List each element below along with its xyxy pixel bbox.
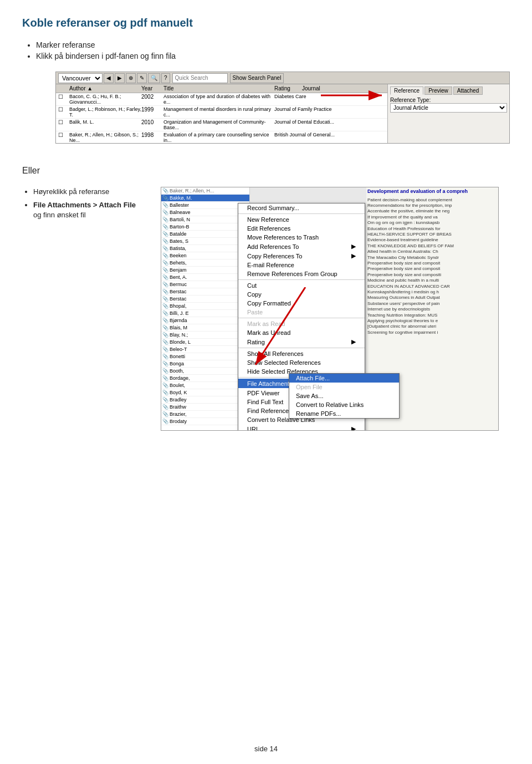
library-select[interactable]: Vancouver (58, 73, 103, 83)
list-item[interactable]: 📎Brodaty (161, 418, 249, 425)
right-panel-text-3: Accentuate the positive, eliminate the n… (367, 208, 497, 214)
show-search-button[interactable]: Show Search Panel (230, 73, 284, 83)
list-item[interactable]: 📎Ballester (161, 202, 249, 209)
toolbar-btn-4[interactable]: ✎ (137, 73, 147, 83)
list-item[interactable]: 📎Bhopal, (161, 303, 249, 310)
ctx-mark-read[interactable]: Mark as Read (238, 319, 365, 328)
submenu-rename-pdfs[interactable]: Rename PDFs... (289, 409, 399, 418)
page-content: Koble referanser og pdf manuelt Marker r… (0, 0, 532, 447)
quick-search-input[interactable] (172, 73, 228, 83)
toolbar-btn-3[interactable]: ⊕ (126, 73, 136, 83)
ctx-new-reference[interactable]: New Reference (238, 215, 365, 224)
list-item[interactable]: 📎Blais, M (161, 324, 249, 332)
submenu-convert-relative[interactable]: Convert to Relative Links (289, 400, 399, 409)
list-item[interactable]: 📎Bartoli, N (161, 216, 249, 223)
ctx-rating-label: Rating (247, 339, 265, 345)
list-item-highlight[interactable]: 📎Bakkø, M. (161, 195, 249, 202)
ctx-copy[interactable]: Copy (238, 290, 365, 299)
list-item[interactable]: 📎Bordage, (161, 375, 249, 382)
list-item[interactable]: 📎Batalde (161, 231, 249, 238)
list-item[interactable]: 📎Bonga (161, 360, 249, 368)
ref-type-select[interactable]: Journal Article (390, 103, 507, 113)
list-item[interactable]: 📎Beleo-T (161, 346, 249, 353)
attach-icon: 📎 (162, 419, 168, 424)
list-item[interactable]: 📎Bermuc (161, 281, 249, 288)
list-item[interactable]: 📎Booth, (161, 368, 249, 375)
row-author: Baker, R.; Allen, H.; Gibson, S.; Ne... (69, 132, 141, 143)
ctx-rating[interactable]: Rating ▶ (238, 337, 365, 347)
ctx-copy-references[interactable]: Copy References To ▶ (238, 251, 365, 261)
col-title-header[interactable]: Title (163, 85, 274, 91)
list-item[interactable]: 📎Blonde, L (161, 339, 249, 346)
list-item[interactable]: 📎Baker, R.; Allen, H... (161, 187, 249, 195)
ctx-remove-group[interactable]: Remove References From Group (238, 269, 365, 278)
list-item[interactable]: 📎Brazier, (161, 411, 249, 418)
ctx-mark-unread[interactable]: Mark as Unread (238, 328, 365, 337)
list-item[interactable]: 📎Berstac (161, 296, 249, 303)
attach-icon: 📎 (162, 361, 168, 366)
attach-icon: 📎 (162, 224, 168, 230)
ctx-show-selected[interactable]: Show Selected References (238, 358, 365, 367)
row-year: 2010 (141, 119, 163, 130)
list-item[interactable]: 📎Bradley (161, 396, 249, 404)
row-check[interactable]: ☐ (58, 106, 69, 118)
toolbar-btn-1[interactable]: ◀ (104, 73, 114, 83)
row-check[interactable]: ☐ (58, 119, 69, 130)
list-item[interactable]: 📎Batista, (161, 245, 249, 252)
ctx-copy-formatted[interactable]: Copy Formatted (238, 299, 365, 308)
list-item[interactable]: 📎Beeken (161, 252, 249, 259)
ctx-cut[interactable]: Cut (238, 281, 365, 290)
ctx-move-trash[interactable]: Move References to Trash (238, 233, 365, 242)
attach-icon: 📎 (162, 231, 168, 237)
list-item[interactable]: 📎Braithw (161, 404, 249, 411)
submenu-attach-file[interactable]: Attach File... (289, 374, 399, 383)
list-item[interactable]: 📎Blay, N.; (161, 332, 249, 339)
right-panel-title-0: Development and evaluation of a compreh (367, 189, 497, 195)
attach-icon: 📎 (162, 195, 168, 201)
toolbar-btn-6[interactable]: ? (161, 73, 170, 83)
right-panel-text-1: Patient decision-making about complement (367, 197, 497, 203)
col-year-header[interactable]: Year (141, 85, 163, 91)
list-item[interactable]: 📎Balneave (161, 209, 249, 216)
attach-icon: 📎 (162, 375, 168, 381)
col-author-header[interactable]: Author ▲ (69, 85, 141, 91)
ref-tab-reference[interactable]: Reference (390, 86, 423, 95)
list-item[interactable]: 📎Boyd, K (161, 389, 249, 396)
list-item[interactable]: 📎Bent, A. (161, 274, 249, 281)
ref-tab-preview[interactable]: Preview (424, 86, 452, 95)
right-panel-text-13: Preoperative body size and composit (367, 266, 497, 272)
list-item[interactable]: 📎Bjørnda (161, 317, 249, 324)
ctx-url[interactable]: URL ▶ (238, 424, 365, 431)
intro-bullet-1: Marker referanse (36, 40, 510, 49)
attach-icon: 📎 (162, 325, 168, 330)
list-item[interactable]: 📎Bonetti (161, 353, 249, 360)
ctx-show-all[interactable]: Show All References (238, 349, 365, 358)
submenu-save-as[interactable]: Save As... (289, 391, 399, 400)
list-item[interactable]: 📎Bates, S (161, 238, 249, 245)
intro-bullet-2: Klikk på bindersen i pdf-fanen og finn f… (36, 52, 510, 60)
submenu-open-file[interactable]: Open File (289, 383, 399, 391)
list-item[interactable]: 📎Benjam (161, 267, 249, 274)
ctx-record-summary[interactable]: Record Summary... (238, 203, 365, 212)
toolbar-btn-2[interactable]: ▶ (115, 73, 125, 83)
col-rating-header[interactable]: Rating (274, 85, 302, 91)
list-item[interactable]: 📎Boulet, (161, 382, 249, 389)
list-item[interactable]: 📎Barton-B (161, 223, 249, 231)
page-footer: side 14 (0, 745, 532, 753)
ctx-paste[interactable]: Paste (238, 308, 365, 317)
attach-icon: 📎 (162, 368, 168, 374)
ctx-add-references[interactable]: Add References To ▶ (238, 242, 365, 251)
row-year: 1998 (141, 132, 163, 143)
list-item[interactable]: 📎Billi, J. E (161, 310, 249, 317)
toolbar-btn-5[interactable]: 🔍 (148, 73, 160, 83)
ref-tab-attached[interactable]: Attached (453, 86, 483, 95)
row-check[interactable]: ☐ (58, 132, 69, 143)
row-check[interactable]: ☐ (58, 94, 69, 105)
page-title: Koble referanser og pdf manuelt (22, 17, 510, 29)
list-item[interactable]: 📎Berstac (161, 288, 249, 296)
ctx-edit-references[interactable]: Edit References (238, 224, 365, 233)
ctx-email-reference[interactable]: E-mail Reference (238, 261, 365, 269)
row-year: 2002 (141, 94, 163, 105)
list-item[interactable]: 📎Behets, (161, 259, 249, 267)
row-year: 1999 (141, 106, 163, 118)
